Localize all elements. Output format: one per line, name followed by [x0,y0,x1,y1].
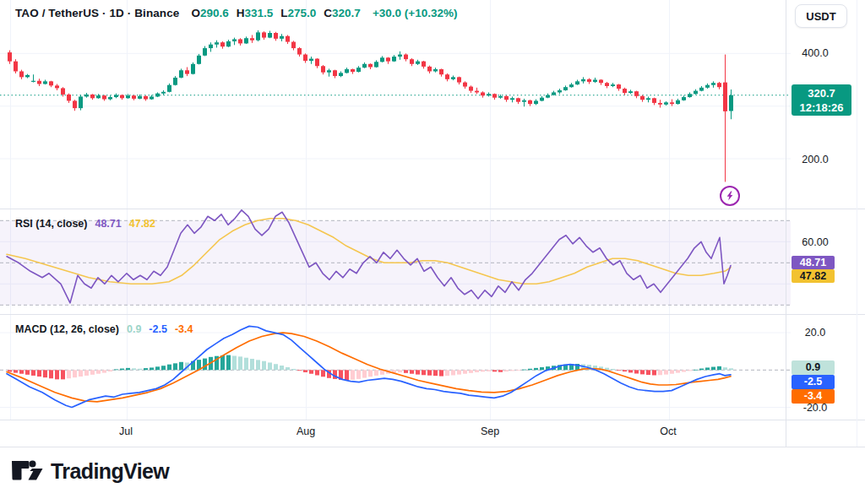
price-tick-400: 400.0 [786,46,845,60]
ohlc-values: O290.6 H331.5 L275.0 C320.7 [191,7,360,19]
close-key: C [324,7,332,19]
high-key: H [237,7,245,19]
macd-signal-line [7,333,731,402]
time-axis-label-oct[interactable]: Oct [651,425,685,437]
time-axis-label-sep[interactable]: Sep [473,425,507,437]
grid-lines [0,0,791,420]
last-price-badge: 320.7 12:18:26 [792,84,851,116]
tradingview-logo-icon [10,458,44,484]
open-key: O [191,7,200,19]
macd-hist-badge: 0.9 [792,360,835,375]
open-value: 290.6 [200,7,229,19]
macd-legend: MACD (12, 26, close) 0.9 -2.5 -3.4 [15,323,193,335]
tradingview-logo[interactable]: TradingView [10,458,169,484]
rsi-tick-60: 60.00 [786,236,845,249]
macd-tick-20: 20.0 [786,326,845,339]
currency-button[interactable]: USDT [795,4,847,28]
macd-signal-badge: -3.4 [792,389,835,404]
chart-header: TAO / TetherUS · 1D · Binance O290.6 H33… [15,7,457,19]
tradingview-logo-text: TradingView [51,459,169,484]
macd-hist-value: 0.9 [127,323,141,335]
rsi-ma-badge: 47.82 [792,269,835,283]
rsi-badge: 48.71 [792,256,835,269]
macd-line [7,326,731,407]
macd-line-badge: -2.5 [792,375,835,389]
rsi-ma-value: 47.82 [129,218,155,230]
change-value: +30.0 (+10.32%) [373,7,458,19]
time-axis-label-jul[interactable]: Jul [109,425,143,437]
rsi-legend: RSI (14, close) 48.71 47.82 [15,218,155,230]
last-price-value: 320.7 [792,86,851,100]
rsi-label[interactable]: RSI (14, close) [15,218,87,230]
event-marker[interactable] [720,186,740,206]
symbol-title[interactable]: TAO / TetherUS · 1D · Binance [15,7,179,19]
close-value: 320.7 [332,7,361,19]
price-tick-200: 200.0 [786,153,845,166]
time-axis-label-aug[interactable]: Aug [289,425,323,437]
low-value: 275.0 [288,7,317,19]
bar-countdown: 12:18:26 [792,100,851,115]
chart-area[interactable]: TAO / TetherUS · 1D · Binance O290.6 H33… [0,0,865,447]
macd-line-value: -2.5 [149,323,167,335]
lightning-icon [724,190,736,202]
low-key: L [280,7,287,19]
rsi-value: 48.71 [95,218,121,230]
macd-signal-value: -3.4 [175,323,193,335]
macd-label[interactable]: MACD (12, 26, close) [15,323,119,335]
high-value: 331.5 [245,7,274,19]
